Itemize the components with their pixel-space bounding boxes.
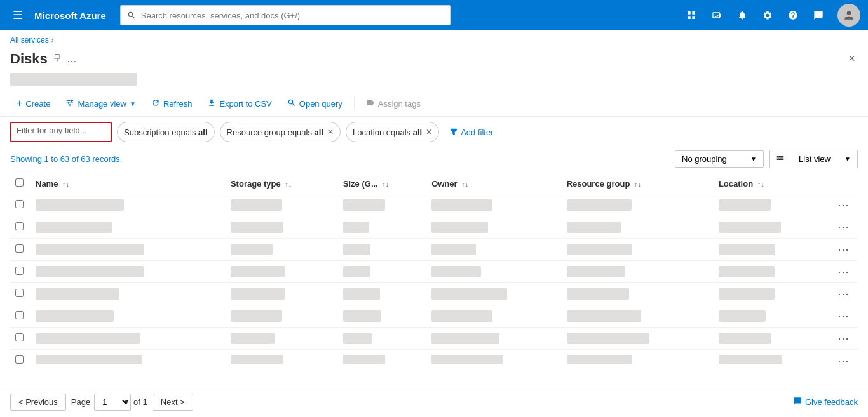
- tag-icon: [366, 98, 375, 109]
- location-chip-close[interactable]: ✕: [426, 128, 432, 136]
- previous-button[interactable]: < Previous: [10, 394, 66, 411]
- row-skeleton-loc: [719, 244, 775, 255]
- row-skeleton-loc: [719, 222, 781, 233]
- gear-icon[interactable]: [756, 4, 779, 27]
- subscription-filter-chip: Subscription equals all: [117, 122, 215, 142]
- manage-view-icon: [65, 98, 74, 109]
- col-location[interactable]: Location ↑↓: [714, 173, 829, 194]
- row-skeleton-owner: [431, 310, 492, 322]
- feedback-nav-icon[interactable]: [807, 4, 830, 27]
- row-checkbox[interactable]: [15, 222, 24, 230]
- row-more-button[interactable]: ⋯: [834, 220, 853, 235]
- row-checkbox[interactable]: [15, 200, 24, 208]
- name-sort-icon: ↑↓: [62, 180, 69, 188]
- row-skeleton-name: [36, 333, 140, 344]
- grouping-dropdown[interactable]: No grouping ▼: [675, 150, 764, 168]
- data-table: Name ↑↓ Storage type ↑↓ Size (G... ↑↓ Ow…: [10, 173, 858, 364]
- add-filter-button[interactable]: Add filter: [444, 125, 498, 140]
- owner-sort-icon: ↑↓: [461, 180, 468, 188]
- refresh-button[interactable]: Refresh: [145, 95, 199, 112]
- table-row: ⋯: [10, 328, 858, 350]
- page-title: Disks: [10, 51, 48, 67]
- select-all-checkbox[interactable]: [15, 178, 24, 187]
- row-skeleton-loc: [719, 266, 775, 277]
- row-skeleton-size: [343, 244, 370, 255]
- breadcrumb-separator: ›: [51, 36, 54, 44]
- row-skeleton-size: [343, 199, 385, 211]
- row-skeleton-storage: [231, 288, 285, 300]
- cloud-upload-icon[interactable]: [705, 4, 728, 27]
- row-skeleton-name: [36, 244, 144, 255]
- row-checkbox[interactable]: [15, 311, 24, 319]
- row-checkbox[interactable]: [15, 333, 24, 341]
- row-more-button[interactable]: ⋯: [834, 353, 853, 364]
- col-storage-type[interactable]: Storage type ↑↓: [226, 173, 338, 194]
- brand-name: Microsoft Azure: [34, 10, 106, 21]
- row-skeleton-name: [36, 222, 112, 233]
- view-controls: No grouping ▼ List view ▼: [675, 150, 858, 168]
- close-button[interactable]: ×: [846, 50, 858, 68]
- col-size[interactable]: Size (G... ↑↓: [338, 173, 426, 194]
- give-feedback-button[interactable]: Give feedback: [793, 397, 858, 407]
- page-select[interactable]: 1: [94, 394, 131, 411]
- row-more-button[interactable]: ⋯: [834, 264, 853, 279]
- records-count: Showing 1 to 63 of 63 records.: [10, 154, 122, 164]
- row-more-button[interactable]: ⋯: [834, 197, 853, 213]
- filter-input[interactable]: Filter for any field...: [10, 122, 112, 142]
- create-button[interactable]: + Create: [10, 95, 57, 112]
- view-dropdown[interactable]: List view ▼: [769, 150, 858, 168]
- user-avatar[interactable]: [837, 4, 860, 27]
- storage-sort-icon: ↑↓: [285, 180, 292, 188]
- row-skeleton-storage: [231, 266, 285, 277]
- export-icon: [207, 98, 216, 109]
- col-actions: [829, 173, 858, 194]
- row-checkbox[interactable]: [15, 244, 24, 253]
- export-csv-button[interactable]: Export to CSV: [201, 95, 278, 112]
- top-navigation: ☰ Microsoft Azure: [0, 0, 868, 30]
- breadcrumb: All services ›: [0, 30, 868, 47]
- search-input[interactable]: [120, 5, 451, 25]
- pin-icon[interactable]: [53, 53, 62, 65]
- row-more-button[interactable]: ⋯: [834, 308, 853, 324]
- portal-icon[interactable]: [680, 4, 703, 27]
- search-container: [120, 5, 451, 25]
- help-icon[interactable]: [782, 4, 804, 27]
- table-container: Name ↑↓ Storage type ↑↓ Size (G... ↑↓ Ow…: [0, 173, 868, 364]
- row-skeleton-owner: [431, 355, 503, 364]
- row-checkbox[interactable]: [15, 289, 24, 297]
- table-scroll-area[interactable]: Name ↑↓ Storage type ↑↓ Size (G... ↑↓ Ow…: [10, 173, 858, 364]
- row-skeleton-owner: [431, 333, 499, 344]
- bell-icon[interactable]: [731, 4, 754, 27]
- row-checkbox[interactable]: [15, 355, 24, 364]
- row-more-button[interactable]: ⋯: [834, 286, 853, 301]
- row-more-button[interactable]: ⋯: [834, 242, 853, 257]
- table-row: ⋯: [10, 239, 858, 261]
- row-skeleton-loc: [719, 355, 782, 364]
- next-button[interactable]: Next >: [153, 394, 193, 411]
- table-row: ⋯: [10, 283, 858, 305]
- resource-group-chip-close[interactable]: ✕: [327, 128, 334, 136]
- row-skeleton-rg: [567, 333, 649, 344]
- row-skeleton-loc: [719, 310, 766, 322]
- more-options-icon[interactable]: …: [67, 53, 77, 65]
- create-icon: +: [17, 98, 22, 109]
- hamburger-menu[interactable]: ☰: [8, 6, 28, 25]
- manage-view-button[interactable]: Manage view ▼: [59, 95, 142, 112]
- row-skeleton-storage: [231, 199, 282, 211]
- row-checkbox[interactable]: [15, 267, 24, 275]
- chevron-down-icon: ▼: [130, 100, 136, 107]
- feedback-icon: [793, 397, 802, 407]
- row-skeleton-loc: [719, 333, 771, 344]
- breadcrumb-all-services[interactable]: All services: [10, 36, 49, 44]
- col-resource-group[interactable]: Resource group ↑↓: [562, 173, 714, 194]
- table-row: ⋯: [10, 194, 858, 216]
- assign-tags-button[interactable]: Assign tags: [360, 95, 427, 112]
- query-icon: [287, 98, 296, 109]
- col-owner[interactable]: Owner ↑↓: [426, 173, 562, 194]
- resource-group-filter-chip: Resource group equals all ✕: [220, 122, 341, 142]
- open-query-button[interactable]: Open query: [281, 95, 349, 112]
- grouping-chevron-icon: ▼: [750, 156, 757, 162]
- row-skeleton-owner: [431, 266, 481, 277]
- row-more-button[interactable]: ⋯: [834, 331, 853, 346]
- col-name[interactable]: Name ↑↓: [31, 173, 226, 194]
